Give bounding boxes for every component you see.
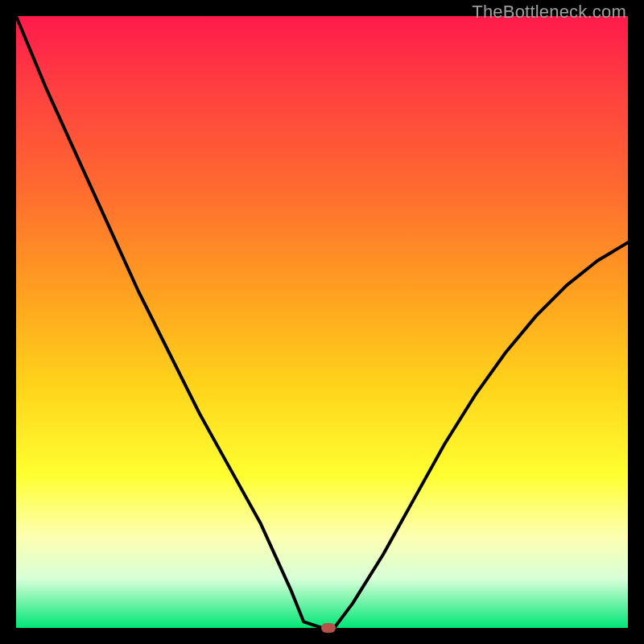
- chart-frame: TheBottleneck.com: [0, 0, 644, 644]
- optimal-point-marker: [321, 623, 336, 633]
- bottleneck-curve: [16, 16, 628, 628]
- curve-path: [16, 16, 628, 628]
- plot-area: [16, 16, 628, 628]
- watermark-text: TheBottleneck.com: [472, 2, 626, 23]
